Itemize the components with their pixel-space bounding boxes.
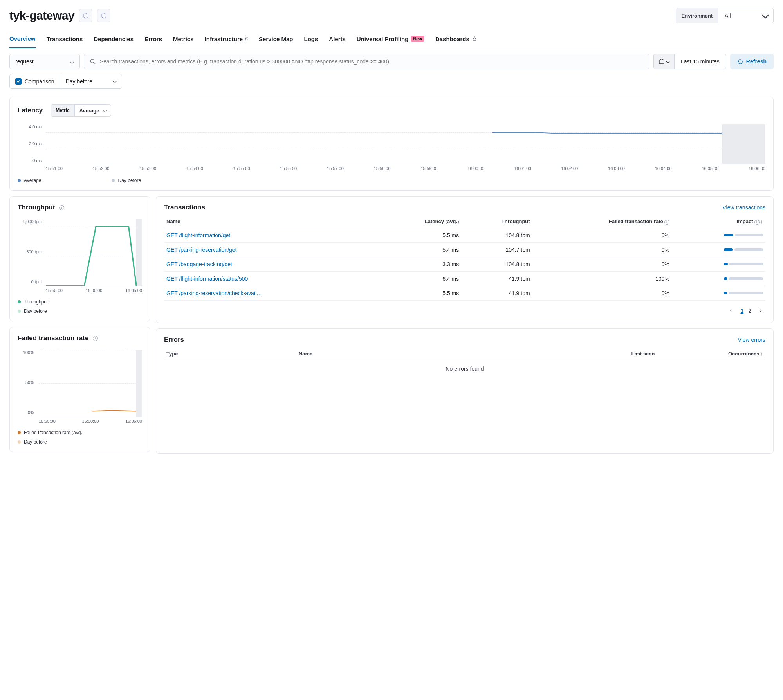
chevron-left-icon — [729, 309, 733, 313]
tab-errors[interactable]: Errors — [144, 32, 162, 48]
ftr-plot[interactable] — [39, 350, 142, 417]
environment-select[interactable]: Environment All — [676, 8, 774, 23]
search-input[interactable] — [100, 58, 644, 65]
throughput-y-axis: 1,000 tpm500 tpm0 tpm — [18, 219, 45, 284]
tab-service-map[interactable]: Service Map — [259, 32, 293, 48]
cell-impact — [672, 257, 765, 271]
latency-line — [492, 132, 722, 132]
legend-avg[interactable]: Average — [18, 178, 41, 183]
col-type[interactable]: Type — [164, 348, 296, 360]
transaction-link[interactable]: GET /flight-information/get — [166, 232, 230, 238]
col-impact[interactable]: Impacti↓ — [672, 215, 765, 228]
legend-ftr[interactable]: Failed transaction rate (avg.) — [18, 430, 142, 435]
page-1[interactable]: 1 — [740, 308, 743, 314]
environment-label: Environment — [676, 8, 718, 23]
tab-infrastructure[interactable]: Infrastructureβ — [205, 32, 248, 48]
table-row: GET /baggage-tracking/get3.3 ms104.8 tpm… — [164, 257, 765, 271]
date-icon-wrap — [654, 54, 675, 69]
transaction-link[interactable]: GET /baggage-tracking/get — [166, 261, 232, 267]
info-icon: i — [754, 220, 760, 225]
col-name[interactable]: Name — [164, 215, 378, 228]
cell-impact — [672, 271, 765, 286]
cell-throughput: 104.8 tpm — [461, 228, 532, 242]
cell-latency: 5.5 ms — [378, 228, 461, 242]
comparison-checkbox[interactable] — [15, 78, 22, 85]
transactions-header: Transactions View transactions — [164, 204, 765, 211]
page-title: tyk-gateway — [9, 9, 74, 22]
col-lastseen[interactable]: Last seen — [549, 348, 657, 360]
search-bar[interactable] — [84, 54, 649, 69]
cell-latency: 3.3 ms — [378, 257, 461, 271]
ftr-line — [39, 350, 142, 417]
tab-transactions[interactable]: Transactions — [47, 32, 83, 48]
latency-plot[interactable] — [46, 124, 765, 164]
comparison-select[interactable]: Day before — [60, 74, 122, 89]
comparison-checkbox-wrap[interactable]: Comparison — [9, 74, 60, 89]
transaction-type-select[interactable]: request — [9, 54, 80, 69]
service-icon-button-1[interactable] — [79, 9, 92, 22]
page-2[interactable]: 2 — [748, 308, 751, 314]
tab-dependencies[interactable]: Dependencies — [94, 32, 134, 48]
legend-daybefore[interactable]: Day before — [18, 439, 142, 445]
transaction-link[interactable]: GET /parking-reservation/check-avail… — [166, 290, 262, 296]
date-range-picker[interactable]: Last 15 minutes — [653, 54, 726, 69]
col-latency[interactable]: Latency (avg.) — [378, 215, 461, 228]
cell-name: GET /baggage-tracking/get — [164, 257, 378, 271]
view-errors-link[interactable]: View errors — [738, 337, 765, 343]
beta-badge: β — [245, 36, 248, 41]
tab-metrics[interactable]: Metrics — [173, 32, 194, 48]
transactions-pagination: 1 2 — [164, 306, 765, 316]
throughput-x-axis: 15:55:0016:00:0016:05:00 — [46, 288, 142, 293]
latency-chart: 4.0 ms2.0 ms0 ms 15:51:0015:52:0015:53:0… — [18, 124, 765, 171]
ftr-title: Failed transaction rate — [18, 334, 88, 342]
throughput-title: Throughput — [18, 204, 55, 211]
refresh-button[interactable]: Refresh — [730, 54, 774, 69]
col-ftr[interactable]: Failed transaction ratei — [532, 215, 672, 228]
table-header-row: Type Name Last seen Occurrences↓ — [164, 348, 765, 360]
svg-point-2 — [90, 59, 94, 63]
latency-metric-select[interactable]: Metric Average — [51, 104, 111, 117]
cell-name: GET /flight-information/get — [164, 228, 378, 242]
table-row: GET /parking-reservation/check-avail…5.5… — [164, 286, 765, 300]
info-icon[interactable]: i — [59, 205, 64, 210]
info-icon[interactable]: i — [93, 336, 98, 341]
ftr-y-axis: 100%50%0% — [18, 350, 37, 415]
errors-panel: Errors View errors Type Name Last seen O… — [156, 328, 774, 454]
controls-row: request Last 15 minutes Refresh — [9, 54, 774, 69]
transaction-link[interactable]: GET /parking-reservation/get — [166, 247, 237, 253]
col-occurrences[interactable]: Occurrences↓ — [657, 348, 765, 360]
latency-panel: Latency Metric Average 4.0 ms2.0 ms0 ms … — [9, 97, 774, 191]
tab-universal-profiling[interactable]: Universal ProfilingNew — [357, 32, 424, 48]
cell-ftr: 0% — [532, 242, 672, 257]
metric-label: Metric — [51, 105, 74, 116]
new-badge: New — [411, 36, 424, 42]
latency-title-row: Latency Metric Average — [18, 104, 765, 117]
errors-title: Errors — [164, 336, 184, 344]
service-icon-button-2[interactable] — [97, 9, 110, 22]
cell-impact — [672, 286, 765, 300]
cell-ftr: 0% — [532, 286, 672, 300]
col-throughput[interactable]: Throughput — [461, 215, 532, 228]
tab-dashboards[interactable]: Dashboards — [435, 32, 477, 48]
page-prev-button[interactable] — [726, 306, 736, 316]
legend-daybefore[interactable]: Day before — [112, 178, 141, 183]
tab-alerts[interactable]: Alerts — [329, 32, 346, 48]
cell-throughput: 104.7 tpm — [461, 242, 532, 257]
transaction-link[interactable]: GET /flight-information/status/500 — [166, 276, 248, 282]
tab-logs[interactable]: Logs — [304, 32, 318, 48]
view-transactions-link[interactable]: View transactions — [723, 204, 765, 211]
ftr-x-axis: 15:55:0016:00:0016:05:00 — [39, 419, 142, 424]
info-icon: i — [664, 220, 669, 225]
page-next-button[interactable] — [756, 306, 765, 316]
legend-daybefore[interactable]: Day before — [18, 309, 142, 314]
tab-overview[interactable]: Overview — [9, 31, 36, 48]
svg-rect-4 — [659, 60, 664, 64]
table-header-row: Name Latency (avg.) Throughput Failed tr… — [164, 215, 765, 228]
legend-throughput[interactable]: Throughput — [18, 299, 142, 305]
latency-legend: Average Day before — [18, 178, 765, 183]
col-name[interactable]: Name — [296, 348, 549, 360]
refresh-label: Refresh — [746, 58, 767, 65]
table-row: GET /flight-information/status/5006.4 ms… — [164, 271, 765, 286]
throughput-plot[interactable] — [46, 219, 142, 286]
page-header: tyk-gateway Environment All — [9, 8, 774, 23]
